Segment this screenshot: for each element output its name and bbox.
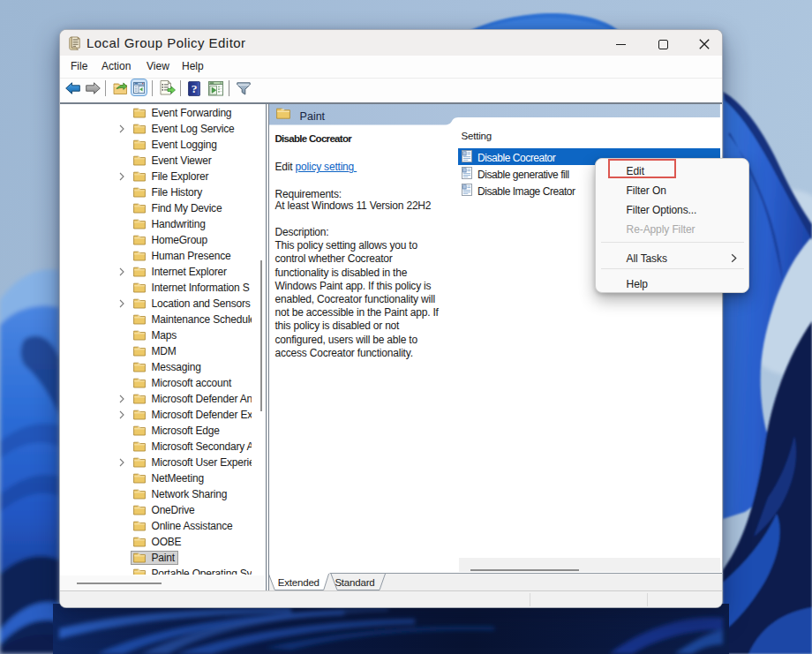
svg-text:?: ? bbox=[192, 82, 198, 95]
